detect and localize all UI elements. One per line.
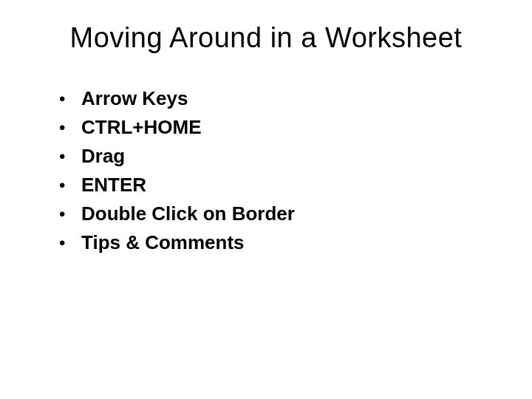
bullet-text: Drag: [81, 145, 125, 168]
list-item: • CTRL+HOME: [59, 116, 495, 139]
bullet-list: • Arrow Keys • CTRL+HOME • Drag • ENTER …: [37, 87, 495, 254]
bullet-text: CTRL+HOME: [81, 116, 202, 139]
list-item: • ENTER: [59, 174, 495, 197]
list-item: • Drag: [59, 145, 495, 168]
list-item: • Arrow Keys: [59, 87, 495, 110]
slide-title: Moving Around in a Worksheet: [37, 22, 495, 54]
list-item: • Tips & Comments: [59, 231, 495, 254]
slide: Moving Around in a Worksheet • Arrow Key…: [0, 0, 532, 399]
bullet-text: Tips & Comments: [81, 231, 245, 254]
bullet-text: Arrow Keys: [81, 87, 188, 110]
bullet-icon: •: [59, 233, 81, 253]
bullet-icon: •: [59, 175, 81, 196]
list-item: • Double Click on Border: [59, 202, 495, 225]
bullet-text: Double Click on Border: [81, 202, 295, 225]
bullet-text: ENTER: [81, 174, 146, 197]
bullet-icon: •: [59, 146, 81, 167]
bullet-icon: •: [59, 89, 81, 109]
bullet-icon: •: [59, 117, 81, 138]
bullet-icon: •: [59, 204, 81, 225]
